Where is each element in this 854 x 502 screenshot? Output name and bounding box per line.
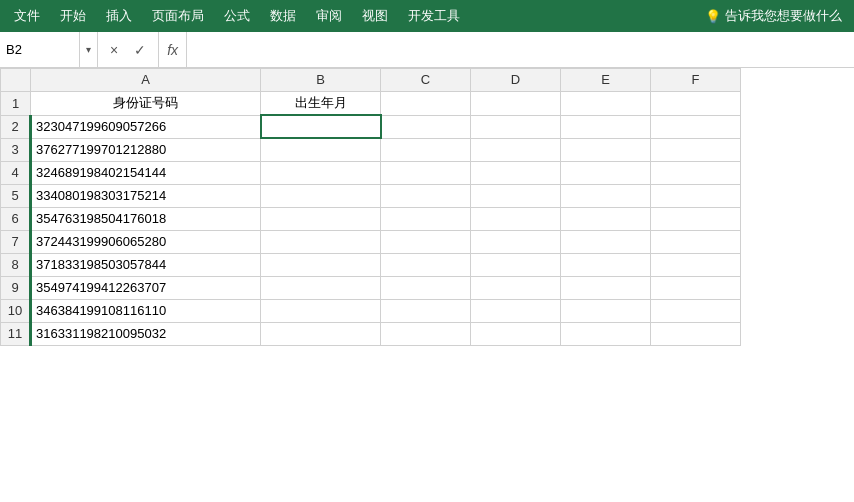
menu-start[interactable]: 开始 xyxy=(50,0,96,32)
cell-c4[interactable] xyxy=(381,161,471,184)
cell-d1[interactable] xyxy=(471,92,561,116)
cell-b1[interactable]: 出生年月 xyxy=(261,92,381,116)
col-header-b[interactable]: B xyxy=(261,69,381,92)
cell-c11[interactable] xyxy=(381,322,471,345)
cell-reference-box[interactable] xyxy=(0,32,80,67)
cell-c7[interactable] xyxy=(381,230,471,253)
cell-b11[interactable] xyxy=(261,322,381,345)
cell-e1[interactable] xyxy=(561,92,651,116)
cell-b3[interactable] xyxy=(261,138,381,161)
menu-developer[interactable]: 开发工具 xyxy=(398,0,470,32)
menu-search-area[interactable]: 💡 告诉我您想要做什么 xyxy=(697,7,850,25)
grid-container[interactable]: A B C D E F 1身份证号码出生年月232304719960905726… xyxy=(0,68,854,502)
cell-d4[interactable] xyxy=(471,161,561,184)
cell-d6[interactable] xyxy=(471,207,561,230)
cell-c6[interactable] xyxy=(381,207,471,230)
cell-b8[interactable] xyxy=(261,253,381,276)
row-header-6[interactable]: 6 xyxy=(1,207,31,230)
col-header-c[interactable]: C xyxy=(381,69,471,92)
menu-data[interactable]: 数据 xyxy=(260,0,306,32)
col-header-d[interactable]: D xyxy=(471,69,561,92)
cell-a7[interactable]: 372443199906065280 xyxy=(31,230,261,253)
cell-d2[interactable] xyxy=(471,115,561,138)
row-header-2[interactable]: 2 xyxy=(1,115,31,138)
cell-a1[interactable]: 身份证号码 xyxy=(31,92,261,116)
cell-f8[interactable] xyxy=(651,253,741,276)
menu-view[interactable]: 视图 xyxy=(352,0,398,32)
menu-page-layout[interactable]: 页面布局 xyxy=(142,0,214,32)
cell-reference-input[interactable] xyxy=(6,42,66,57)
cell-f11[interactable] xyxy=(651,322,741,345)
row-header-3[interactable]: 3 xyxy=(1,138,31,161)
cell-e10[interactable] xyxy=(561,299,651,322)
confirm-formula-button[interactable]: ✓ xyxy=(130,40,150,60)
row-header-5[interactable]: 5 xyxy=(1,184,31,207)
cell-f4[interactable] xyxy=(651,161,741,184)
cell-b10[interactable] xyxy=(261,299,381,322)
cell-b4[interactable] xyxy=(261,161,381,184)
cell-d11[interactable] xyxy=(471,322,561,345)
col-header-f[interactable]: F xyxy=(651,69,741,92)
row-header-1[interactable]: 1 xyxy=(1,92,31,116)
cell-c1[interactable] xyxy=(381,92,471,116)
cell-d3[interactable] xyxy=(471,138,561,161)
cell-b6[interactable] xyxy=(261,207,381,230)
cell-a3[interactable]: 376277199701212880 xyxy=(31,138,261,161)
cell-a4[interactable]: 324689198402154144 xyxy=(31,161,261,184)
cell-a6[interactable]: 354763198504176018 xyxy=(31,207,261,230)
row-header-11[interactable]: 11 xyxy=(1,322,31,345)
cell-d7[interactable] xyxy=(471,230,561,253)
menu-review[interactable]: 审阅 xyxy=(306,0,352,32)
cell-b9[interactable] xyxy=(261,276,381,299)
cell-a8[interactable]: 371833198503057844 xyxy=(31,253,261,276)
cell-f7[interactable] xyxy=(651,230,741,253)
cell-e9[interactable] xyxy=(561,276,651,299)
cell-d9[interactable] xyxy=(471,276,561,299)
cell-e8[interactable] xyxy=(561,253,651,276)
cell-e11[interactable] xyxy=(561,322,651,345)
row-header-7[interactable]: 7 xyxy=(1,230,31,253)
cell-e6[interactable] xyxy=(561,207,651,230)
cell-e7[interactable] xyxy=(561,230,651,253)
cell-d8[interactable] xyxy=(471,253,561,276)
cell-a5[interactable]: 334080198303175214 xyxy=(31,184,261,207)
cell-f1[interactable] xyxy=(651,92,741,116)
cell-a2[interactable]: 323047199609057266 xyxy=(31,115,261,138)
cell-e2[interactable] xyxy=(561,115,651,138)
cell-c9[interactable] xyxy=(381,276,471,299)
cell-f5[interactable] xyxy=(651,184,741,207)
cell-ref-dropdown[interactable]: ▾ xyxy=(80,32,98,67)
cell-b7[interactable] xyxy=(261,230,381,253)
cell-f6[interactable] xyxy=(651,207,741,230)
cancel-formula-button[interactable]: × xyxy=(106,40,122,60)
cell-a11[interactable]: 316331198210095032 xyxy=(31,322,261,345)
cell-c5[interactable] xyxy=(381,184,471,207)
menu-insert[interactable]: 插入 xyxy=(96,0,142,32)
formula-input[interactable] xyxy=(187,42,854,57)
cell-e3[interactable] xyxy=(561,138,651,161)
cell-c8[interactable] xyxy=(381,253,471,276)
row-header-9[interactable]: 9 xyxy=(1,276,31,299)
cell-d5[interactable] xyxy=(471,184,561,207)
cell-f10[interactable] xyxy=(651,299,741,322)
cell-a10[interactable]: 346384199108116110 xyxy=(31,299,261,322)
cell-f9[interactable] xyxy=(651,276,741,299)
cell-c3[interactable] xyxy=(381,138,471,161)
cell-b5[interactable] xyxy=(261,184,381,207)
col-header-a[interactable]: A xyxy=(31,69,261,92)
menu-file[interactable]: 文件 xyxy=(4,0,50,32)
cell-f3[interactable] xyxy=(651,138,741,161)
cell-e4[interactable] xyxy=(561,161,651,184)
row-header-4[interactable]: 4 xyxy=(1,161,31,184)
cell-e5[interactable] xyxy=(561,184,651,207)
cell-c10[interactable] xyxy=(381,299,471,322)
cell-f2[interactable] xyxy=(651,115,741,138)
cell-c2[interactable] xyxy=(381,115,471,138)
menu-formula[interactable]: 公式 xyxy=(214,0,260,32)
row-header-8[interactable]: 8 xyxy=(1,253,31,276)
cell-b2[interactable] xyxy=(261,115,381,138)
col-header-e[interactable]: E xyxy=(561,69,651,92)
row-header-10[interactable]: 10 xyxy=(1,299,31,322)
cell-d10[interactable] xyxy=(471,299,561,322)
cell-a9[interactable]: 354974199412263707 xyxy=(31,276,261,299)
